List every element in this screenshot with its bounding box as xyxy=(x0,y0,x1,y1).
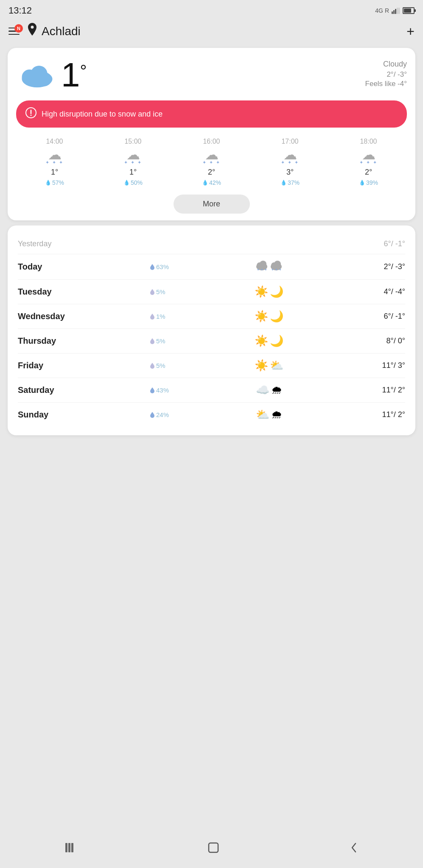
today-icon1: ✦ ✦ ✦ xyxy=(255,260,268,274)
alert-banner: High disruption due to snow and ice xyxy=(16,100,407,128)
location-pin-icon xyxy=(26,23,38,39)
add-location-button[interactable]: + xyxy=(406,25,415,38)
temp-range: 2°/ -3° xyxy=(365,70,407,79)
hour-item-4: 18:00 ☁ ✦ ✦ ✦ 2° 💧 39% xyxy=(330,138,407,186)
hour-temp-4: 2° xyxy=(365,168,372,177)
day-icons-thursday: ☀️ 🌙 xyxy=(248,334,290,348)
day-icons-wednesday: ☀️ 🌙 xyxy=(248,310,290,323)
drop-icon-0: 💧 xyxy=(45,180,51,186)
drop-icon-4: 💧 xyxy=(359,180,365,186)
daily-row-saturday: Saturday 43% ☁️ 🌧 11°/ 2° xyxy=(18,378,405,403)
day-precip-saturday: 43% xyxy=(150,387,184,394)
sunday-icon1: ⛅ xyxy=(256,408,269,421)
day-label-tuesday: Tuesday xyxy=(18,287,86,297)
day-icons-tuesday: ☀️ 🌙 xyxy=(248,285,290,298)
day-label-sunday: Sunday xyxy=(18,410,86,420)
daily-forecast-card: Yesterday 6°/ -1° Today 63% ✦ ✦ ✦ ✦ ✦ ✦ … xyxy=(8,225,415,435)
today-icon2: ✦ ✦ ✦ xyxy=(270,260,283,274)
weather-description: Cloudy xyxy=(365,60,407,69)
alert-text: High disruption due to snow and ice xyxy=(42,110,162,119)
day-temps-saturday: 11°/ 2° xyxy=(354,386,405,395)
location-wrapper: Achladi xyxy=(26,23,81,39)
status-icons: 4G R xyxy=(375,7,415,14)
status-bar: 13:12 4G R xyxy=(0,0,423,19)
menu-button[interactable]: N xyxy=(8,28,20,35)
main-weather-card: 1° Cloudy 2°/ -3° Feels like -4° High di… xyxy=(8,48,415,220)
day-icons-sunday: ⛅ 🌧 xyxy=(248,408,290,421)
svg-rect-0 xyxy=(392,11,393,14)
snow-cloud-icon-1: ☁ ✦ ✦ ✦ xyxy=(124,148,142,165)
svg-rect-20 xyxy=(65,843,67,852)
day-temps-tuesday: 4°/ -4° xyxy=(354,287,405,296)
sunday-icon2: 🌧 xyxy=(271,408,282,421)
day-temps-today: 2°/ -3° xyxy=(354,262,405,271)
drop-icon-2: 💧 xyxy=(202,180,208,186)
wednesday-icon2: 🌙 xyxy=(270,310,283,323)
svg-rect-4 xyxy=(398,8,400,14)
day-icons-saturday: ☁️ 🌧 xyxy=(248,384,290,397)
svg-rect-2 xyxy=(395,9,396,14)
alert-icon xyxy=(25,107,36,121)
weather-left: 1° xyxy=(16,58,87,92)
top-nav: N Achladi + xyxy=(0,19,423,45)
cloud-weather-icon xyxy=(16,61,54,89)
daily-row-thursday: Thursday 5% ☀️ 🌙 8°/ 0° xyxy=(18,329,405,353)
day-label-yesterday: Yesterday xyxy=(18,239,86,248)
current-temperature: 1° xyxy=(61,58,87,92)
status-time: 13:12 xyxy=(8,5,32,16)
svg-rect-23 xyxy=(209,843,218,852)
day-label-friday: Friday xyxy=(18,361,86,370)
signal-icon xyxy=(392,7,400,14)
day-precip-thursday: 5% xyxy=(150,337,184,345)
network-label: 4G R xyxy=(375,7,389,14)
daily-row-sunday: Sunday 24% ⛅ 🌧 11°/ 2° xyxy=(18,403,405,427)
day-temps-thursday: 8°/ 0° xyxy=(354,337,405,345)
recent-apps-icon xyxy=(65,843,77,852)
drop-icon-1: 💧 xyxy=(123,180,130,186)
svg-point-8 xyxy=(36,74,51,86)
snow-cloud-icon-4: ☁ ✦ ✦ ✦ xyxy=(359,148,378,165)
current-weather-section: 1° Cloudy 2°/ -3° Feels like -4° xyxy=(16,58,407,92)
day-label-thursday: Thursday xyxy=(18,336,86,346)
saturday-icon2: 🌧 xyxy=(271,384,282,397)
hour-time-4: 18:00 xyxy=(360,138,377,145)
notification-badge: N xyxy=(14,24,23,33)
battery-icon xyxy=(403,7,415,14)
saturday-icon1: ☁️ xyxy=(256,384,269,397)
snow-cloud-icon-2: ☁ ✦ ✦ ✦ xyxy=(202,148,221,165)
day-precip-tuesday: 5% xyxy=(150,288,184,295)
daily-row-tuesday: Tuesday 5% ☀️ 🌙 4°/ -4° xyxy=(18,280,405,304)
back-button[interactable] xyxy=(341,838,367,860)
home-button[interactable] xyxy=(199,838,228,860)
day-temps-wednesday: 6°/ -1° xyxy=(354,312,405,321)
nav-left: N Achladi xyxy=(8,23,81,39)
day-temps-yesterday: 6°/ -1° xyxy=(354,239,405,248)
svg-point-14 xyxy=(260,261,266,267)
day-precip-today: 63% xyxy=(150,263,184,270)
drop-icon-3: 💧 xyxy=(280,180,287,186)
svg-point-11 xyxy=(31,115,32,116)
hour-item-3: 17:00 ☁ ✦ ✦ ✦ 3° 💧 37% xyxy=(252,138,328,186)
tuesday-icon2: 🌙 xyxy=(270,285,283,298)
hour-item-0: 14:00 ☁ ✦ ✦ ✦ 1° 💧 57% xyxy=(16,138,93,186)
recent-apps-button[interactable] xyxy=(57,840,86,858)
hour-time-2: 16:00 xyxy=(203,138,220,145)
friday-icon1: ☀️ xyxy=(255,359,268,372)
daily-row-today: Today 63% ✦ ✦ ✦ ✦ ✦ ✦ 2°/ -3° xyxy=(18,254,405,280)
svg-point-18 xyxy=(274,261,281,267)
hour-time-3: 17:00 xyxy=(281,138,298,145)
svg-rect-21 xyxy=(68,843,70,852)
svg-text:✦ ✦ ✦: ✦ ✦ ✦ xyxy=(271,268,282,271)
svg-rect-3 xyxy=(397,8,398,14)
hour-precip-3: 💧 37% xyxy=(280,179,300,186)
day-icons-today: ✦ ✦ ✦ ✦ ✦ ✦ xyxy=(248,260,290,274)
svg-rect-22 xyxy=(71,843,73,852)
hour-temp-0: 1° xyxy=(51,168,58,177)
wednesday-icon1: ☀️ xyxy=(255,310,268,323)
day-temps-sunday: 11°/ 2° xyxy=(354,410,405,419)
day-label-wednesday: Wednesday xyxy=(18,312,86,321)
hour-precip-0: 💧 57% xyxy=(45,179,64,186)
hour-temp-3: 3° xyxy=(286,168,294,177)
hour-temp-1: 1° xyxy=(129,168,137,177)
more-button[interactable]: More xyxy=(174,195,250,214)
